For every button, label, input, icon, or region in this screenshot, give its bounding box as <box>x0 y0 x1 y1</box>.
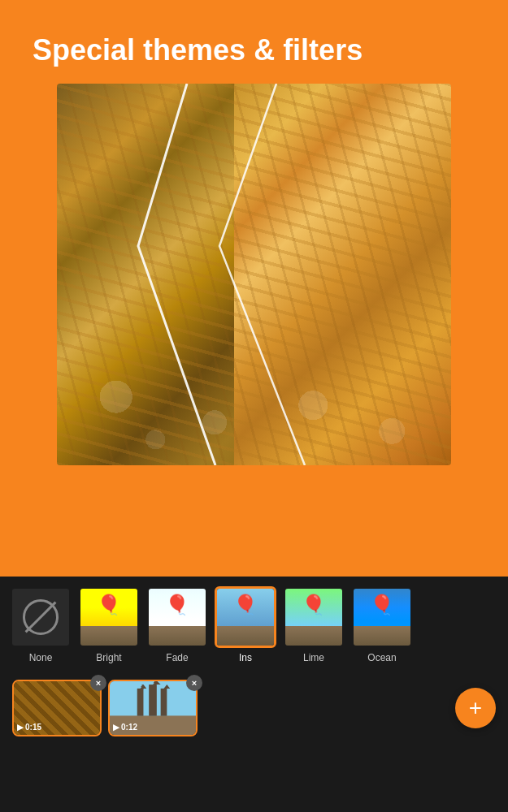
fade-balloon-emoji: 🎈 <box>165 595 189 615</box>
balloon-bright: 🎈 <box>80 589 137 646</box>
clip-2-time: 0:12 <box>121 723 137 732</box>
balloon-fade: 🎈 <box>149 589 206 646</box>
filter-bright-thumb: 🎈 <box>78 586 140 648</box>
filter-none[interactable]: None <box>8 586 73 663</box>
add-icon: + <box>469 697 482 719</box>
bright-mountain <box>80 626 137 646</box>
filter-fade-label: Fade <box>166 652 188 663</box>
filter-ocean-inner: 🎈 <box>354 589 410 646</box>
svg-rect-3 <box>149 685 157 716</box>
ins-mountain <box>217 626 274 646</box>
filter-split-line <box>57 84 451 465</box>
clip-1-duration: ▶ 0:15 <box>17 723 41 732</box>
filter-ins-thumb: 🎈 <box>215 586 276 648</box>
clip-2[interactable]: × ▶ 0:12 <box>108 680 198 736</box>
add-clip-button[interactable]: + <box>455 688 496 728</box>
clip-1-time: 0:15 <box>25 723 41 732</box>
clip-1[interactable]: × ▶ 0:15 <box>12 680 102 736</box>
filter-none-label: None <box>29 652 53 663</box>
clip-2-close-icon: × <box>192 679 197 688</box>
filter-lime[interactable]: 🎈 Lime <box>281 586 346 663</box>
ocean-balloon-emoji: 🎈 <box>370 595 394 615</box>
balloon-ocean: 🎈 <box>354 589 410 646</box>
main-preview <box>57 84 451 465</box>
filter-lime-thumb: 🎈 <box>283 586 345 648</box>
filters-row: None 🎈 Bright <box>0 577 508 663</box>
filter-fade[interactable]: 🎈 Fade <box>145 586 210 663</box>
svg-rect-9 <box>141 686 145 687</box>
filter-ocean[interactable]: 🎈 Ocean <box>350 586 415 663</box>
ocean-mountain <box>354 626 410 646</box>
header: Special themes & filters <box>0 0 508 84</box>
filter-bright-label: Bright <box>96 652 121 663</box>
balloon-lime: 🎈 <box>285 589 342 646</box>
filter-fade-inner: 🎈 <box>149 589 206 646</box>
fade-mountain <box>149 626 206 646</box>
bright-balloon-emoji: 🎈 <box>97 595 121 615</box>
svg-rect-4 <box>161 689 167 716</box>
clip-2-video-icon: ▶ <box>113 723 119 732</box>
filter-ocean-thumb: 🎈 <box>351 586 413 648</box>
svg-rect-11 <box>154 682 157 683</box>
filter-ins-label: Ins <box>239 652 252 663</box>
lime-mountain <box>285 626 342 646</box>
filter-lime-label: Lime <box>303 652 324 663</box>
svg-rect-2 <box>137 689 144 716</box>
clip-2-remove-button[interactable]: × <box>186 675 202 691</box>
filter-none-inner <box>12 589 69 646</box>
bottom-panel: None 🎈 Bright <box>0 577 508 812</box>
filter-ocean-label: Ocean <box>367 652 396 663</box>
filter-bright-inner: 🎈 <box>80 589 137 646</box>
filter-none-thumb <box>10 586 72 648</box>
clip-2-duration: ▶ 0:12 <box>113 723 137 732</box>
clip-1-video-icon: ▶ <box>17 723 24 732</box>
filter-bright[interactable]: 🎈 Bright <box>76 586 141 663</box>
svg-rect-10 <box>154 681 156 685</box>
clip-1-remove-button[interactable]: × <box>90 675 106 691</box>
page-title: Special themes & filters <box>33 32 475 67</box>
balloon-ins: 🎈 <box>217 589 274 646</box>
lime-balloon-emoji: 🎈 <box>302 595 326 615</box>
timeline-row: × ▶ 0:15 <box>0 670 508 746</box>
filter-ins-inner: 🎈 <box>217 589 274 646</box>
ins-balloon-emoji: 🎈 <box>233 595 258 615</box>
filter-ins[interactable]: 🎈 Ins <box>213 586 278 663</box>
clip-1-close-icon: × <box>96 679 101 688</box>
filter-fade-thumb: 🎈 <box>146 586 208 648</box>
none-icon <box>23 599 59 635</box>
filter-lime-inner: 🎈 <box>285 589 342 646</box>
